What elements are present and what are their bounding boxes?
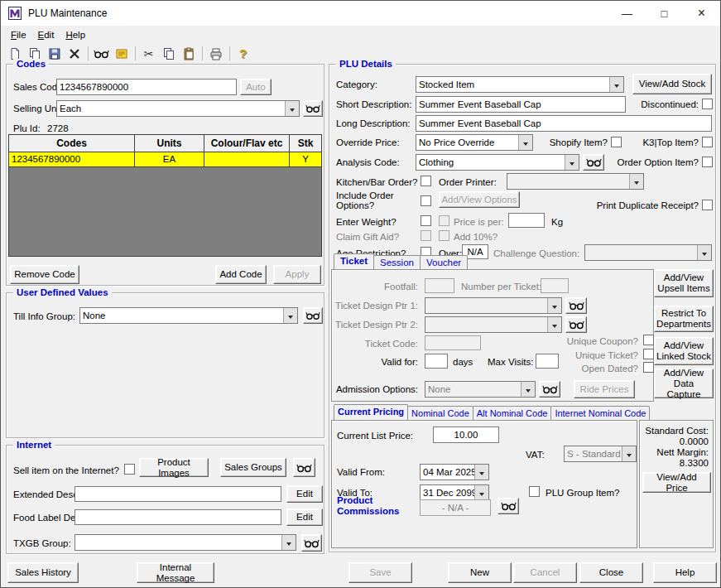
plu-maintenance-window: PLU Maintenance — □ × File Edit Help ✂ — [0, 0, 721, 588]
internet-group-title: Internet — [13, 440, 55, 451]
selling-unit-find-button[interactable] — [303, 100, 323, 117]
codes-group-title: Codes — [13, 59, 49, 70]
enter-weight-checkbox[interactable] — [421, 215, 431, 226]
short-description-input[interactable] — [416, 96, 626, 113]
commissions-find-button[interactable] — [497, 498, 519, 514]
delete-button[interactable] — [65, 45, 84, 63]
category-select[interactable]: Stocked Item — [416, 76, 624, 93]
binoculars-icon — [94, 49, 109, 59]
paste-button[interactable] — [179, 45, 198, 63]
footfall-label: Footfall: — [332, 281, 418, 292]
food-label-desc-input[interactable] — [75, 509, 281, 525]
analysis-code-select[interactable]: Clothing — [416, 154, 579, 171]
help-button-toolbar[interactable]: ? — [233, 45, 252, 63]
include-order-options-checkbox[interactable] — [421, 195, 431, 206]
vat-label: VAT: — [526, 449, 545, 460]
product-commissions-label-2: Commissions — [337, 505, 399, 517]
product-commissions-field — [420, 499, 491, 516]
unique-coupon-checkbox[interactable] — [643, 335, 654, 345]
tab-session[interactable]: Session — [373, 255, 421, 269]
column-header-colour: Colour/Flav etc — [204, 135, 290, 152]
tab-internet-nominal-code[interactable]: Internet Nominal Code — [550, 406, 650, 420]
current-list-price-input[interactable] — [433, 427, 499, 443]
extended-desc-input[interactable] — [75, 486, 281, 502]
txgb-group-select[interactable] — [75, 534, 296, 551]
selling-unit-select[interactable]: Each — [56, 100, 300, 117]
column-header-codes: Codes — [9, 135, 135, 152]
shopify-item-checkbox[interactable] — [611, 137, 622, 147]
internal-message-button[interactable]: Internal Message — [137, 562, 214, 583]
tab-voucher[interactable]: Voucher — [420, 255, 468, 269]
valid-to-select[interactable]: 31 Dec 2099 — [420, 484, 489, 501]
ptr1-find-button[interactable] — [565, 297, 587, 314]
tab-ticket[interactable]: Ticket — [334, 253, 374, 269]
ticket-tab-panel: Footfall: Number per Ticket: Ticket Desi… — [331, 269, 654, 402]
till-info-group-select[interactable]: None — [79, 307, 298, 324]
txgb-find-button[interactable] — [301, 534, 322, 552]
valid-from-select[interactable]: 04 Mar 2025 — [420, 464, 489, 480]
binoculars-icon — [305, 311, 320, 321]
price-is-per-input[interactable] — [508, 213, 545, 228]
clipboard-icon — [182, 47, 195, 60]
claim-gift-aid-checkbox — [421, 230, 431, 241]
admission-find-button[interactable] — [539, 381, 560, 398]
chevron-down-icon — [283, 308, 297, 323]
maximize-button[interactable]: □ — [646, 1, 683, 26]
plu-group-item-checkbox[interactable] — [529, 486, 540, 497]
view-add-stock-button[interactable]: View/Add Stock — [632, 74, 712, 94]
price-label-button[interactable] — [112, 45, 131, 63]
close-button-footer[interactable]: Close — [579, 562, 643, 583]
print-duplicate-receipt-checkbox[interactable] — [702, 200, 713, 210]
internet-find-button[interactable] — [293, 458, 315, 477]
extended-desc-edit-button[interactable]: Edit — [286, 485, 323, 503]
table-row[interactable]: 1234567890000 EA Y — [9, 152, 321, 167]
food-label-desc-edit-button[interactable]: Edit — [286, 508, 323, 526]
short-description-label: Short Description: — [336, 99, 411, 110]
binoculars-icon — [586, 157, 602, 167]
menu-file[interactable]: File — [5, 28, 32, 41]
unique-ticket-checkbox[interactable] — [643, 349, 654, 359]
add-code-button[interactable]: Add Code — [215, 265, 267, 284]
chevron-down-icon — [474, 485, 488, 500]
sales-groups-button[interactable]: Sales Groups — [220, 458, 286, 477]
discontinued-checkbox[interactable] — [702, 99, 713, 109]
copy-button[interactable] — [159, 45, 178, 63]
sales-history-button[interactable]: Sales History — [7, 562, 79, 583]
add-view-upsell-items-button[interactable]: Add/View Upsell Items — [654, 269, 714, 297]
minimize-button[interactable]: — — [608, 1, 646, 26]
new-button[interactable]: New — [448, 562, 512, 583]
override-price-select[interactable]: No Price Override — [416, 134, 533, 151]
till-info-find-button[interactable] — [303, 307, 323, 324]
close-button[interactable]: × — [683, 1, 720, 26]
chevron-down-icon — [622, 446, 636, 461]
sales-code-input[interactable] — [56, 79, 237, 95]
print-button[interactable] — [206, 45, 225, 63]
tab-nominal-code[interactable]: Nominal Code — [407, 406, 473, 420]
add-view-linked-stock-button[interactable]: Add/View Linked Stock — [654, 337, 714, 365]
order-option-item-checkbox[interactable] — [702, 157, 713, 167]
add-view-data-capture-button[interactable]: Add/View Data Capture — [654, 369, 714, 398]
analysis-code-find-button[interactable] — [583, 154, 604, 171]
discontinued-label: Discontinued: — [627, 99, 699, 110]
long-description-input[interactable] — [416, 115, 712, 132]
open-dated-checkbox[interactable] — [643, 362, 654, 373]
menu-edit[interactable]: Edit — [32, 28, 60, 41]
valid-for-input[interactable] — [425, 354, 448, 369]
help-button[interactable]: Help — [653, 562, 717, 583]
sell-online-checkbox[interactable] — [124, 464, 135, 475]
menu-help[interactable]: Help — [60, 28, 91, 41]
view-add-price-button[interactable]: View/Add Price — [642, 472, 711, 493]
product-images-button[interactable]: Product Images — [139, 458, 209, 477]
tab-alt-nominal-code[interactable]: Alt Nominal Code — [473, 406, 552, 420]
ptr2-find-button[interactable] — [565, 316, 587, 333]
restrict-to-departments-button[interactable]: Restrict To Departments — [654, 306, 714, 332]
kitchen-bar-order-checkbox[interactable] — [421, 176, 431, 186]
cut-button[interactable]: ✂ — [139, 45, 158, 63]
find-button-toolbar[interactable] — [92, 45, 111, 63]
txgb-group-label: TXGB Group: — [13, 537, 71, 549]
remove-code-button[interactable]: Remove Code — [10, 265, 79, 284]
nett-margin-value: 8.3300 — [680, 457, 709, 469]
plu-group-item-label: PLU Group Item? — [546, 487, 619, 499]
tab-current-pricing[interactable]: Current Pricing — [334, 404, 408, 420]
k3-top-item-checkbox[interactable] — [702, 137, 713, 147]
